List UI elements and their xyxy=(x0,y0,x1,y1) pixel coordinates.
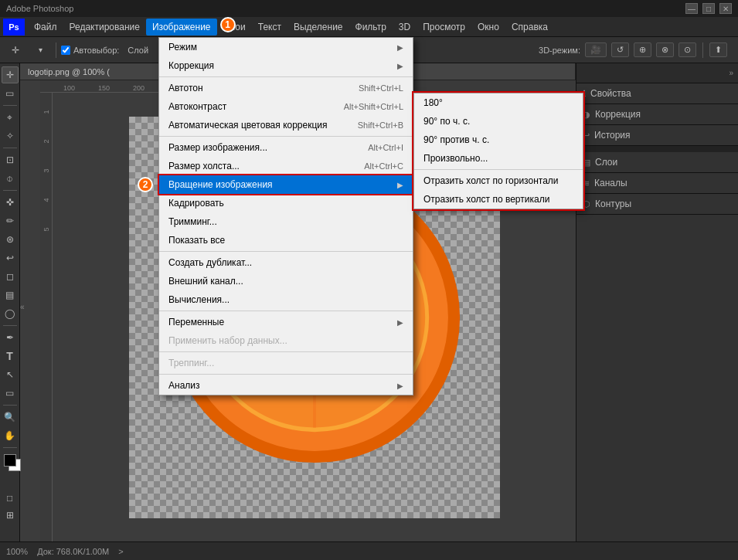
minimize-button[interactable]: — xyxy=(685,3,698,14)
panel-section-history: ↩ История xyxy=(576,125,738,146)
tool-lasso[interactable]: ⌖ xyxy=(2,109,19,126)
tool-eraser[interactable]: ◻ xyxy=(2,268,19,285)
submenu-flip-h[interactable]: Отразить холст по горизонтали xyxy=(414,171,583,190)
menu-item-autocontrast[interactable]: Автоконтраст Alt+Shift+Ctrl+L xyxy=(159,97,413,116)
menu-item-rotate[interactable]: Вращение изображения ▶ 2 xyxy=(159,175,413,194)
3d-pan-btn[interactable]: ⊕ xyxy=(634,42,651,57)
auto-select-checkbox[interactable] xyxy=(61,46,70,55)
menu-item-trim[interactable]: Тримминг... xyxy=(159,212,413,231)
menu-3d[interactable]: 3D xyxy=(393,19,417,36)
ruler-vertical: 12345 xyxy=(40,93,53,541)
tool-pen[interactable]: ✒ xyxy=(2,329,19,346)
tool-options-btn[interactable]: ▾ xyxy=(29,40,51,60)
menu-image[interactable]: Изображение 1 xyxy=(146,19,217,36)
3d-mode-btn[interactable]: 🎥 xyxy=(585,42,607,57)
doc-info: Док: 768.0K/1.00M xyxy=(37,547,109,556)
submenu-arbitrary[interactable]: Произвольно... xyxy=(414,149,583,168)
paths-label: Контуры xyxy=(595,199,631,209)
tool-sep-5 xyxy=(3,405,17,406)
menu-item-canvas-size[interactable]: Размер холста... Alt+Ctrl+С xyxy=(159,157,413,175)
menu-item-apply-image[interactable]: Внешний канал... xyxy=(159,272,413,290)
menu-item-reveal-all[interactable]: Показать все xyxy=(159,231,413,249)
toolbar-3d-area: 3D-режим: 🎥 ↺ ⊕ ⊗ ⊙ ⬆ xyxy=(539,42,733,58)
3d-zoom-btn[interactable]: ⊗ xyxy=(656,42,674,57)
tools-panel: ✛ ▭ ⌖ ✧ ⊡ ⌽ ✜ ✏ ⊛ ↩ ◻ ▤ ◯ ✒ T ↖ ▭ 🔍 ✋ □ … xyxy=(0,63,20,541)
tool-stamp[interactable]: ⊛ xyxy=(2,231,19,248)
menu-item-autocolor[interactable]: Автоматическая цветовая коррекция Shift+… xyxy=(159,116,413,134)
dd-sep-1 xyxy=(159,76,413,77)
variables-arrow: ▶ xyxy=(397,318,403,327)
rotate-arrow: ▶ xyxy=(397,181,403,189)
menu-item-duplicate[interactable]: Создать дубликат... xyxy=(159,253,413,272)
properties-header[interactable]: ℹ Свойства xyxy=(576,83,738,104)
move-tool-btn[interactable]: ✛ xyxy=(5,40,26,60)
menu-item-correction[interactable]: Коррекция ▶ xyxy=(159,56,413,75)
tool-gradient[interactable]: ▤ xyxy=(2,287,19,304)
tool-hand[interactable]: ✋ xyxy=(2,427,19,444)
menu-item-apply-dataset[interactable]: Применить набор данных... xyxy=(159,331,413,350)
right-panel: » ℹ Свойства ◑ Коррекция ↩ История ▤ Сло… xyxy=(576,63,738,541)
dd-sep-3 xyxy=(159,251,413,252)
maximize-button[interactable]: □ xyxy=(702,3,715,14)
tool-healing[interactable]: ✜ xyxy=(2,194,19,211)
submenu-180[interactable]: 180° xyxy=(414,93,583,112)
menu-text[interactable]: Текст xyxy=(252,19,287,36)
tool-history-brush[interactable]: ↩ xyxy=(2,249,19,266)
3d-slide-btn[interactable]: ⊙ xyxy=(678,42,696,57)
channels-label: Каналы xyxy=(594,178,627,188)
menu-view[interactable]: Просмотр xyxy=(417,19,471,36)
tool-dodge[interactable]: ◯ xyxy=(2,305,19,322)
menu-file[interactable]: Файл xyxy=(28,19,63,36)
menu-item-calculations[interactable]: Вычисления... xyxy=(159,290,413,309)
menu-item-mode[interactable]: Режим ▶ xyxy=(159,38,413,56)
history-header[interactable]: ↩ История xyxy=(576,125,738,145)
menu-select[interactable]: Выделение xyxy=(287,19,349,36)
tool-crop[interactable]: ⊡ xyxy=(2,151,19,168)
menu-item-crop[interactable]: Кадрировать xyxy=(159,194,413,212)
title-bar-title: Adobe Photoshop xyxy=(6,4,73,13)
submenu-flip-v[interactable]: Отразить холст по вертикали xyxy=(414,190,583,209)
submenu-90ccw[interactable]: 90° против ч. с. xyxy=(414,131,583,149)
dd-sep-2 xyxy=(159,136,413,137)
tool-move[interactable]: ✛ xyxy=(2,66,19,83)
tool-sep-6 xyxy=(3,447,17,448)
tool-zoom[interactable]: 🔍 xyxy=(2,409,19,426)
menu-window[interactable]: Окно xyxy=(471,19,505,36)
tool-screen[interactable]: ⊞ xyxy=(2,507,19,524)
layer-select-btn[interactable]: Слой xyxy=(122,40,154,60)
menu-item-variables[interactable]: Переменные ▶ xyxy=(159,313,413,331)
tool-magic-wand[interactable]: ✧ xyxy=(2,127,19,144)
channels-header[interactable]: ≋ Каналы xyxy=(576,173,738,193)
close-button[interactable]: ✕ xyxy=(719,3,732,14)
rotate-submenu[interactable]: 180° 90° по ч. с. 90° против ч. с. Произ… xyxy=(413,93,583,209)
status-arrow[interactable]: > xyxy=(118,547,123,556)
tool-shape[interactable]: ▭ xyxy=(2,385,19,402)
menu-filter[interactable]: Фильтр xyxy=(349,19,393,36)
foreground-color[interactable] xyxy=(4,454,16,467)
image-menu-dropdown[interactable]: Режим ▶ Коррекция ▶ Автотон Shift+Ctrl+L… xyxy=(158,37,413,395)
3d-share-btn[interactable]: ⬆ xyxy=(709,42,727,57)
correction-header[interactable]: ◑ Коррекция xyxy=(576,104,738,124)
3d-mode-label: 3D-режим: xyxy=(539,46,580,55)
menu-item-autotone[interactable]: Автотон Shift+Ctrl+L xyxy=(159,79,413,97)
badge-1: 1 xyxy=(220,17,236,32)
tool-select-rect[interactable]: ▭ xyxy=(2,85,19,102)
tool-eyedropper[interactable]: ⌽ xyxy=(2,170,19,187)
tool-text[interactable]: T xyxy=(2,348,19,365)
menu-item-analysis[interactable]: Анализ ▶ xyxy=(159,376,413,395)
submenu-90cw[interactable]: 90° по ч. с. xyxy=(414,112,583,131)
panel-collapse-btn[interactable]: » xyxy=(729,69,733,77)
tool-brush[interactable]: ✏ xyxy=(2,212,19,229)
dd-sep-6 xyxy=(159,374,413,375)
tool-path-select[interactable]: ↖ xyxy=(2,366,19,383)
menu-help[interactable]: Справка xyxy=(505,19,554,36)
paths-header[interactable]: ⬡ Контуры xyxy=(576,194,738,214)
3d-rotate-btn[interactable]: ↺ xyxy=(611,42,629,57)
menu-item-image-size[interactable]: Размер изображения... Alt+Ctrl+I xyxy=(159,138,413,157)
collapse-left[interactable]: « xyxy=(20,303,25,311)
menu-edit[interactable]: Редактирование xyxy=(63,19,146,36)
layers-header[interactable]: ▤ Слои xyxy=(576,152,738,172)
menu-item-trap[interactable]: Треппинг... xyxy=(159,354,413,372)
tool-mode-standard[interactable]: □ xyxy=(2,490,19,507)
panel-section-correction: ◑ Коррекция xyxy=(576,104,738,125)
